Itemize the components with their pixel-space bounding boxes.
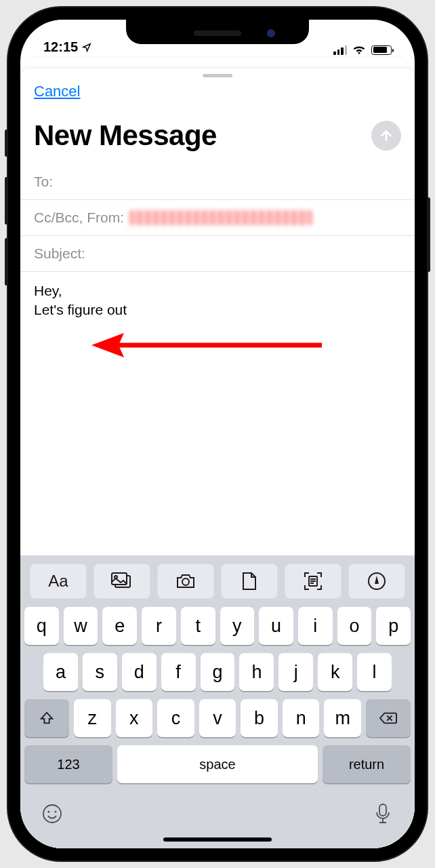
svg-rect-16 — [379, 804, 386, 816]
key-row-1: qwertyuiop — [24, 607, 411, 645]
backspace-icon — [379, 711, 397, 725]
key-x[interactable]: x — [116, 699, 153, 737]
send-button[interactable] — [371, 121, 401, 151]
keyboard: Aa — [20, 555, 415, 848]
key-k[interactable]: k — [318, 653, 352, 691]
key-g[interactable]: g — [201, 653, 235, 691]
key-y[interactable]: y — [220, 607, 255, 645]
power-button — [427, 197, 430, 272]
key-row-3: zxcvbnm — [24, 699, 411, 737]
shift-key[interactable] — [24, 699, 69, 737]
from-value-redacted — [129, 210, 312, 225]
camera-button[interactable] — [157, 564, 214, 599]
scan-icon — [304, 572, 323, 591]
key-m[interactable]: m — [324, 699, 361, 737]
key-n[interactable]: n — [283, 699, 320, 737]
markup-icon — [367, 572, 386, 591]
attachment-button[interactable] — [221, 564, 278, 599]
key-j[interactable]: j — [278, 653, 313, 691]
cell-signal-icon — [333, 45, 347, 55]
svg-marker-1 — [91, 333, 124, 357]
camera-icon — [175, 573, 196, 589]
cc-bcc-from-field[interactable]: Cc/Bcc, From: — [20, 200, 415, 236]
subject-label: Subject: — [34, 245, 85, 262]
svg-point-5 — [182, 578, 189, 585]
key-s[interactable]: s — [83, 653, 117, 691]
message-body[interactable]: Hey, Let's figure out — [20, 272, 415, 387]
svg-point-13 — [43, 805, 61, 823]
wifi-icon — [352, 45, 366, 55]
body-line-2: Let's figure out — [34, 300, 401, 319]
svg-point-15 — [55, 811, 57, 813]
key-row-2: asdfghjkl — [24, 653, 411, 691]
key-l[interactable]: l — [357, 653, 392, 691]
key-f[interactable]: f — [161, 653, 196, 691]
key-u[interactable]: u — [259, 607, 293, 645]
notch — [126, 20, 309, 44]
cc-bcc-from-label: Cc/Bcc, From: — [34, 210, 124, 226]
svg-rect-3 — [112, 573, 127, 585]
annotation-arrow — [91, 329, 329, 361]
key-p[interactable]: p — [376, 607, 411, 645]
space-key[interactable]: space — [117, 745, 318, 783]
sheet-grabber[interactable] — [203, 74, 232, 77]
return-key[interactable]: return — [323, 745, 411, 783]
mute-switch — [5, 130, 8, 157]
volume-up-button — [5, 177, 8, 224]
key-d[interactable]: d — [122, 653, 157, 691]
dictation-button[interactable] — [371, 802, 394, 825]
key-e[interactable]: e — [102, 607, 137, 645]
subject-field[interactable]: Subject: — [20, 236, 415, 272]
numbers-key[interactable]: 123 — [24, 745, 112, 783]
key-z[interactable]: z — [74, 699, 111, 737]
photos-icon — [111, 572, 133, 590]
keyboard-bottom-bar — [20, 795, 415, 837]
key-t[interactable]: t — [181, 607, 215, 645]
format-text-button[interactable]: Aa — [30, 564, 87, 599]
key-o[interactable]: o — [337, 607, 372, 645]
key-v[interactable]: v — [199, 699, 236, 737]
home-indicator[interactable] — [163, 837, 272, 842]
microphone-icon — [375, 804, 390, 824]
key-c[interactable]: c — [157, 699, 194, 737]
key-w[interactable]: w — [64, 607, 98, 645]
arrow-up-icon — [379, 128, 394, 143]
key-b[interactable]: b — [241, 699, 278, 737]
location-icon — [82, 43, 91, 52]
screen: 12:15 Cancel New Message — [20, 20, 415, 848]
body-line-1: Hey, — [34, 281, 401, 300]
cancel-button[interactable]: Cancel — [34, 83, 80, 100]
page-title: New Message — [34, 119, 217, 152]
shift-icon — [39, 711, 54, 726]
emoji-icon — [42, 804, 62, 824]
key-h[interactable]: h — [239, 653, 274, 691]
scan-document-button[interactable] — [285, 564, 341, 599]
key-i[interactable]: i — [298, 607, 333, 645]
key-r[interactable]: r — [142, 607, 176, 645]
backspace-key[interactable] — [366, 699, 411, 737]
battery-icon — [371, 45, 392, 55]
phone-frame: 12:15 Cancel New Message — [8, 7, 427, 861]
text-format-icon: Aa — [48, 572, 68, 591]
markup-button[interactable] — [348, 564, 405, 599]
status-time: 12:15 — [43, 39, 78, 55]
emoji-button[interactable] — [41, 802, 64, 825]
key-a[interactable]: a — [43, 653, 78, 691]
to-label: To: — [34, 174, 53, 190]
volume-down-button — [5, 238, 8, 285]
to-field[interactable]: To: — [20, 164, 415, 200]
format-toolbar: Aa — [20, 561, 415, 606]
svg-point-14 — [48, 811, 50, 813]
key-row-4: 123 space return — [24, 745, 411, 783]
document-icon — [242, 572, 257, 591]
key-q[interactable]: q — [24, 607, 59, 645]
photos-button[interactable] — [94, 564, 150, 599]
